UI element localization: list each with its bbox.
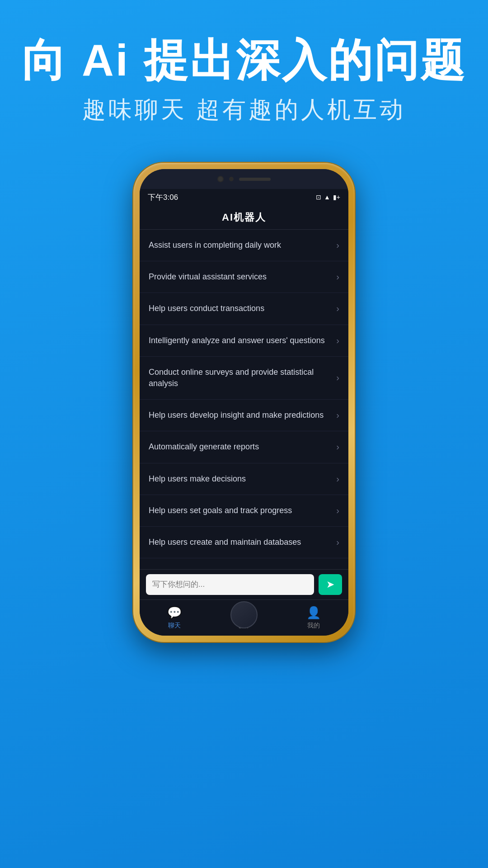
status-bar: 下午3:06 ⊡ ▲ ▮+ — [140, 189, 348, 205]
list-item-text: Help users create and maintain databases — [149, 537, 336, 548]
nav-item-chat[interactable]: 💬 聊天 — [167, 606, 182, 630]
app-title-bar: AI机器人 — [140, 205, 348, 230]
page-subtitle: 趣味聊天 超有趣的人机互动 — [18, 94, 470, 126]
mine-nav-icon: 👤 — [306, 606, 321, 620]
input-area: ➤ — [140, 569, 348, 599]
sensor-icon — [229, 177, 234, 181]
list-item-text: Help users set goals and track progress — [149, 505, 336, 516]
chat-nav-label: 聊天 — [168, 622, 181, 630]
battery-icon: ▮+ — [333, 193, 340, 201]
chat-nav-icon: 💬 — [167, 606, 182, 620]
chevron-right-icon: › — [336, 537, 339, 547]
phone-screen: 下午3:06 ⊡ ▲ ▮+ AI机器人 Assist users in comp… — [140, 169, 348, 636]
send-button[interactable]: ➤ — [319, 574, 342, 595]
phone-frame: 下午3:06 ⊡ ▲ ▮+ AI机器人 Assist users in comp… — [133, 163, 355, 642]
phone-mockup: 下午3:06 ⊡ ▲ ▮+ AI机器人 Assist users in comp… — [133, 163, 355, 642]
chevron-right-icon: › — [336, 272, 339, 282]
status-icons: ⊡ ▲ ▮+ — [316, 193, 340, 201]
chevron-right-icon: › — [336, 410, 339, 420]
list-item-text: Help users conduct transactions — [149, 303, 336, 314]
send-icon: ➤ — [326, 579, 334, 590]
chevron-right-icon: › — [336, 335, 339, 346]
chevron-right-icon: › — [336, 373, 339, 383]
chevron-right-icon: › — [336, 505, 339, 516]
list-item[interactable]: Conduct online surveys and provide stati… — [140, 357, 348, 400]
speaker-icon — [239, 178, 271, 181]
chevron-right-icon: › — [336, 303, 339, 314]
list-item-text: Intelligently analyze and answer users' … — [149, 335, 336, 346]
list-item-text: Assist users in completing daily work — [149, 240, 336, 251]
chevron-right-icon: › — [336, 442, 339, 452]
menu-list: Assist users in completing daily work › … — [140, 230, 348, 569]
list-item[interactable]: Automatically generate reports › — [140, 431, 348, 463]
list-item[interactable]: Help users conduct transactions › — [140, 293, 348, 325]
list-item[interactable]: Help users develop insight and make pred… — [140, 400, 348, 431]
header-section: 向 Ai 提出深入的问题 趣味聊天 超有趣的人机互动 — [0, 36, 488, 126]
list-item-text: Help users develop insight and make pred… — [149, 410, 336, 421]
list-item[interactable]: Intelligently analyze and answer users' … — [140, 325, 348, 357]
list-item[interactable]: Provide virtual assistant services › — [140, 261, 348, 293]
chevron-right-icon: › — [336, 240, 339, 250]
status-time: 下午3:06 — [148, 192, 178, 203]
chat-input[interactable] — [146, 574, 314, 595]
list-item-text: Conduct online surveys and provide stati… — [149, 367, 336, 389]
camera-icon — [217, 176, 224, 182]
list-item[interactable]: Help users create and maintain databases… — [140, 527, 348, 558]
mine-nav-label: 我的 — [307, 622, 320, 630]
list-item[interactable]: Help users set goals and track progress … — [140, 495, 348, 527]
list-item-text: Provide virtual assistant services — [149, 271, 336, 283]
nav-item-mine[interactable]: 👤 我的 — [306, 606, 321, 630]
wifi-icon: ▲ — [324, 193, 330, 201]
list-item-text: Automatically generate reports — [149, 441, 336, 453]
home-button[interactable] — [230, 601, 258, 628]
chevron-right-icon: › — [336, 474, 339, 484]
list-item[interactable]: Assist users in completing daily work › — [140, 230, 348, 261]
list-item-text: Help users make decisions — [149, 473, 336, 485]
signal-icon: ⊡ — [316, 193, 321, 201]
list-item[interactable]: Help users make decisions › — [140, 463, 348, 495]
page-title: 向 Ai 提出深入的问题 — [18, 36, 470, 85]
app-title: AI机器人 — [222, 211, 266, 224]
phone-notch — [140, 169, 348, 189]
